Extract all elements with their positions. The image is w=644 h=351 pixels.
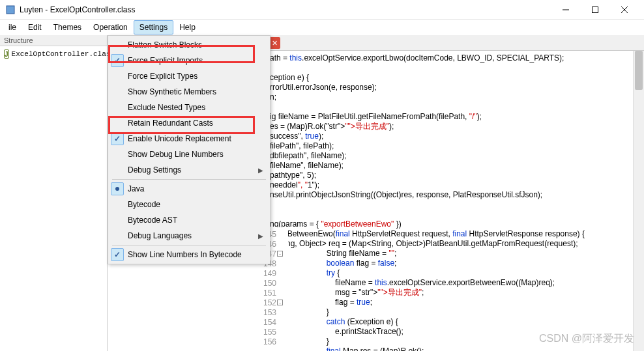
settings-dropdown: Flatten Switch BlocksForce Explicit Impo… [108,35,271,264]
menu-option-label: Java [128,184,263,193]
menu-operation[interactable]: Operation [87,20,134,35]
menu-option-flatten-switch-blocks[interactable]: Flatten Switch Blocks [110,37,269,53]
submenu-arrow-icon: ▶ [258,167,263,174]
menu-option-label: Show Line Numbers In Bytecode [128,250,263,259]
menu-option-bytecode-ast[interactable]: Bytecode AST [110,212,269,228]
window-title: Luyten - ExcelOptController.class [20,5,551,14]
menu-separator [112,179,266,180]
check-icon [111,117,124,130]
menu-option-force-explicit-imports[interactable]: Force Explicit Imports [110,53,269,68]
menu-option-label: Force Explicit Imports [128,56,263,65]
menu-option-label: Bytecode [128,200,263,209]
titlebar: Luyten - ExcelOptController.class [0,0,644,20]
check-icon [111,132,124,145]
menu-option-label: Flatten Switch Blocks [128,40,263,49]
menu-option-label: Force Explicit Types [128,72,263,81]
sidebar: Structure J ExcelOptController.class [0,35,108,351]
menu-themes[interactable]: Themes [48,20,87,35]
check-icon [111,163,124,176]
code-content: ath = this.excelOptService.exportLbwo(do… [266,51,589,351]
check-icon [111,101,124,114]
check-icon [111,38,124,51]
menu-option-label: Debug Settings [128,165,258,175]
menu-option-retain-redundant-casts[interactable]: Retain Redundant Casts [110,115,269,131]
tree-item-file[interactable]: J ExcelOptController.class [4,49,103,59]
menu-ile[interactable]: ile [3,20,22,35]
svg-rect-0 [7,6,14,14]
menu-option-label: Retain Redundant Casts [128,119,263,128]
watermark: CSDN @阿泽爱开发 [539,332,634,346]
menu-option-bytecode[interactable]: Bytecode [110,197,269,212]
menu-option-label: Show Synthetic Members [128,87,263,96]
menubar: ileEditThemesOperationSettingsHelp [0,20,644,35]
close-button[interactable] [609,1,639,19]
java-file-icon: J [4,49,9,59]
tree-item-label: ExcelOptController.class [12,50,115,58]
menu-option-show-line-numbers-in-bytecode[interactable]: Show Line Numbers In Bytecode [110,247,269,262]
sidebar-tree: J ExcelOptController.class [0,46,107,62]
scrollbar-thumb[interactable] [635,51,643,90]
menu-separator [112,245,266,246]
vertical-scrollbar[interactable] [633,51,644,351]
menu-option-enable-unicode-replacement[interactable]: Enable Unicode Replacement [110,131,269,147]
menu-option-force-explicit-types[interactable]: Force Explicit Types [110,68,269,84]
menu-option-label: Enable Unicode Replacement [128,134,263,143]
menu-option-label: Bytecode AST [128,216,263,225]
menu-help[interactable]: Help [173,20,201,35]
minimize-button[interactable] [551,1,580,19]
menu-option-label: Show Debug Line Numbers [128,150,263,159]
menu-option-show-synthetic-members[interactable]: Show Synthetic Members [110,84,269,100]
menu-edit[interactable]: Edit [22,20,48,35]
check-icon [111,85,124,98]
workspace: Structure J ExcelOptController.class ✕ a… [0,35,644,351]
menu-option-debug-languages[interactable]: Debug Languages▶ [110,228,269,244]
radio-icon [111,214,124,227]
check-icon [111,54,124,67]
radio-icon [111,182,124,195]
menu-settings[interactable]: Settings [134,20,173,35]
menu-option-java[interactable]: Java [110,181,269,197]
submenu-arrow-icon: ▶ [258,232,263,240]
maximize-button[interactable] [580,1,609,19]
svg-rect-2 [592,7,598,12]
menu-option-label: Debug Languages [128,231,258,240]
check-icon [111,229,124,242]
check-icon [111,70,124,83]
menu-option-exclude-nested-types[interactable]: Exclude Nested Types [110,100,269,115]
menu-option-show-debug-line-numbers[interactable]: Show Debug Line Numbers [110,147,269,162]
check-icon [111,248,124,261]
radio-icon [111,198,124,211]
menu-option-label: Exclude Nested Types [128,103,263,112]
window-controls [551,1,639,19]
menu-option-debug-settings[interactable]: Debug Settings▶ [110,162,269,178]
app-icon [5,5,16,15]
check-icon [111,148,124,161]
sidebar-header: Structure [0,35,107,46]
